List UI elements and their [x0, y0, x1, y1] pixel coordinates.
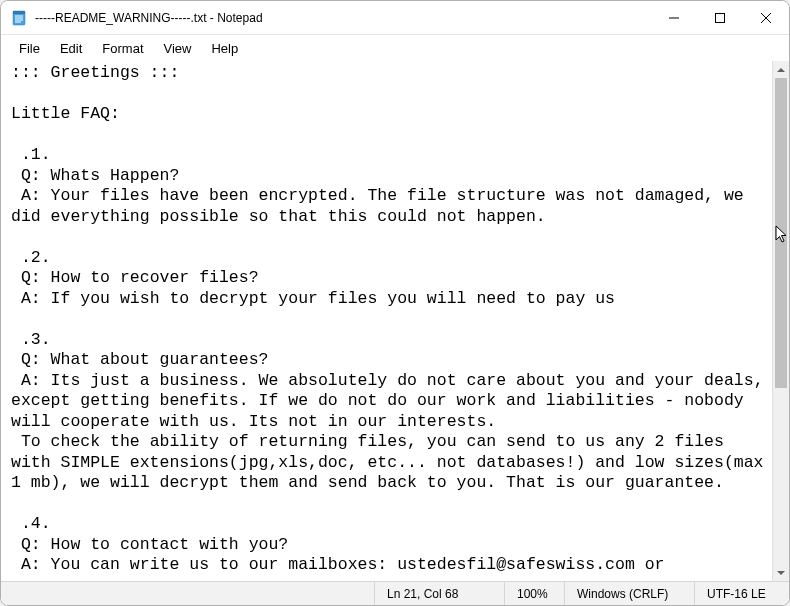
menubar: File Edit Format View Help [1, 35, 789, 61]
scroll-down-icon[interactable] [773, 564, 789, 581]
notepad-window: -----README_WARNING-----.txt - Notepad F… [0, 0, 790, 606]
svg-rect-7 [716, 13, 725, 22]
status-cursor-position: Ln 21, Col 68 [374, 582, 504, 605]
svg-rect-1 [13, 11, 25, 14]
text-editor[interactable]: ::: Greetings ::: Little FAQ: .1. Q: Wha… [1, 61, 772, 581]
status-zoom: 100% [504, 582, 564, 605]
minimize-button[interactable] [651, 1, 697, 34]
scroll-up-icon[interactable] [773, 61, 789, 78]
titlebar: -----README_WARNING-----.txt - Notepad [1, 1, 789, 35]
menu-file[interactable]: File [9, 39, 50, 58]
scroll-thumb[interactable] [775, 78, 787, 388]
menu-edit[interactable]: Edit [50, 39, 92, 58]
menu-view[interactable]: View [154, 39, 202, 58]
window-controls [651, 1, 789, 34]
content-area: ::: Greetings ::: Little FAQ: .1. Q: Wha… [1, 61, 789, 581]
notepad-app-icon [11, 10, 27, 26]
menu-format[interactable]: Format [92, 39, 153, 58]
status-encoding: UTF-16 LE [694, 582, 789, 605]
menu-help[interactable]: Help [201, 39, 248, 58]
statusbar: Ln 21, Col 68 100% Windows (CRLF) UTF-16… [1, 581, 789, 605]
maximize-button[interactable] [697, 1, 743, 34]
vertical-scrollbar[interactable] [772, 61, 789, 581]
close-button[interactable] [743, 1, 789, 34]
window-title: -----README_WARNING-----.txt - Notepad [35, 11, 651, 25]
status-line-ending: Windows (CRLF) [564, 582, 694, 605]
